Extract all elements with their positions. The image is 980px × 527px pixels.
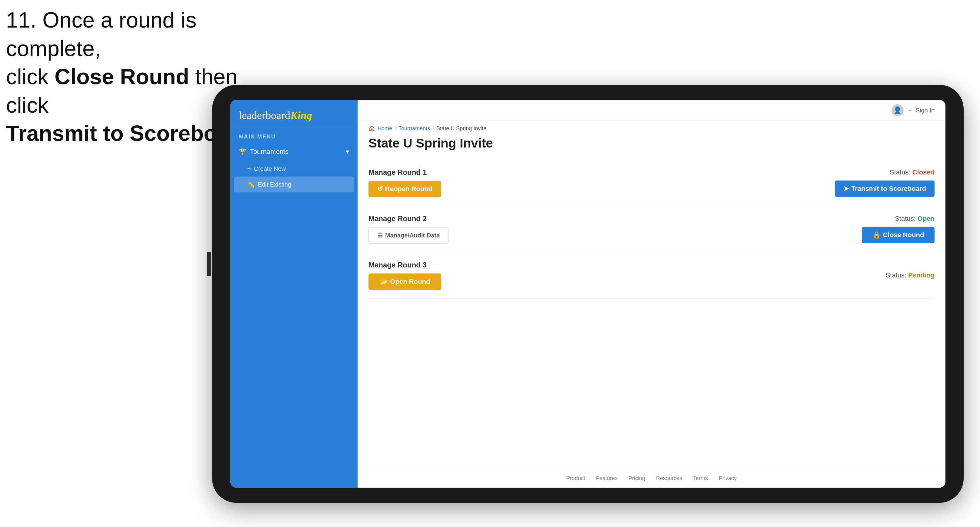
round-2-title: Manage Round 2 [369,214,449,223]
transmit-to-scoreboard-label: Transmit to Scoreboard [851,185,926,193]
breadcrumb-sep2: / [433,125,434,132]
edit-icon: ✏️ [247,181,255,188]
audit-icon: ☰ [377,232,383,239]
app-container: leaderboardKing MAIN MENU 🏆 Tournaments … [230,100,945,487]
plus-icon: + [247,165,251,172]
trophy-icon: 🏆 [239,148,247,156]
round-2-status: Status: Open [895,215,935,222]
tablet-screen: leaderboardKing MAIN MENU 🏆 Tournaments … [230,100,945,487]
footer-product[interactable]: Product [566,475,585,482]
footer: Product Features Pricing Resources Terms… [358,469,945,487]
manage-audit-label: Manage/Audit Data [385,232,440,239]
sidebar-edit-existing[interactable]: ✏️ Edit Existing [234,176,354,192]
create-new-label: Create New [254,165,286,172]
round-3-status-value: Pending [908,271,935,279]
reopen-round-label: Reopen Round [385,185,433,193]
open-round-button[interactable]: 📂 Open Round [369,273,441,290]
sidebar: leaderboardKing MAIN MENU 🏆 Tournaments … [230,100,358,487]
footer-terms[interactable]: Terms [693,475,708,482]
round-2-left: Manage Round 2 ☰ Manage/Audit Data [369,214,449,243]
footer-privacy[interactable]: Privacy [719,475,737,482]
breadcrumb-current: State U Spring Invite [436,125,486,132]
sign-in-button[interactable]: 👤 → Sign In [891,104,935,116]
main-content: 👤 → Sign In 🏠 Home / Tournaments / State… [358,100,945,487]
logo-king: King [290,110,312,121]
close-round-button[interactable]: 🔒 Close Round [862,227,935,243]
round-3-status: Status: Pending [886,271,935,279]
chevron-down-icon: ▾ [346,148,349,156]
instruction-line1: 11. Once a round is complete, [6,8,196,60]
round-2-right: Status: Open 🔒 Close Round [862,215,935,243]
breadcrumb-tournaments[interactable]: Tournaments [398,125,430,132]
manage-audit-data-button[interactable]: ☰ Manage/Audit Data [369,227,449,243]
transmit-icon: ➤ [843,185,849,193]
round-1-status: Status: Closed [890,168,935,176]
round-3-right: Status: Pending [886,271,935,279]
sidebar-item-tournaments[interactable]: 🏆 Tournaments ▾ [230,142,358,161]
reopen-icon: ↺ [377,185,383,193]
round-3-title: Manage Round 3 [369,261,441,269]
close-round-icon: 🔒 [872,231,881,239]
round-3-section: Manage Round 3 📂 Open Round Status: Pend… [369,252,935,298]
sidebar-logo: leaderboardKing [230,100,358,128]
round-2-section: Manage Round 2 ☰ Manage/Audit Data Statu… [369,206,935,252]
logo-leaderboard: leaderboard [239,110,290,121]
instruction-line2: click Close Round then click [6,65,237,117]
footer-features[interactable]: Features [596,475,617,482]
breadcrumb-sep1: / [395,125,396,132]
reopen-round-button[interactable]: ↺ Reopen Round [369,181,441,197]
open-round-label: Open Round [390,278,430,286]
round-1-left: Manage Round 1 ↺ Reopen Round [369,168,441,197]
main-menu-label: MAIN MENU [230,128,358,142]
round-1-status-value: Closed [912,168,935,176]
round-1-right: Status: Closed ➤ Transmit to Scoreboard [835,168,935,197]
content-area: Manage Round 1 ↺ Reopen Round Status: Cl… [358,157,945,469]
transmit-to-scoreboard-button[interactable]: ➤ Transmit to Scoreboard [835,181,935,197]
round-3-left: Manage Round 3 📂 Open Round [369,261,441,290]
open-round-icon: 📂 [380,278,388,286]
edit-existing-label: Edit Existing [258,181,291,188]
breadcrumb-home[interactable]: Home [377,125,392,132]
breadcrumb-home-icon: 🏠 [369,125,375,132]
round-1-title: Manage Round 1 [369,168,441,176]
user-avatar: 👤 [891,104,904,116]
round-1-section: Manage Round 1 ↺ Reopen Round Status: Cl… [369,160,935,206]
avatar-icon: 👤 [893,106,902,114]
sidebar-tournaments-label: Tournaments [250,148,288,156]
tablet-frame: leaderboardKing MAIN MENU 🏆 Tournaments … [212,85,964,503]
sign-in-text: Sign In [916,107,935,114]
sidebar-create-new[interactable]: + Create New [230,161,358,176]
sign-in-label: → [907,107,913,114]
footer-resources[interactable]: Resources [656,475,682,482]
breadcrumb: 🏠 Home / Tournaments / State U Spring In… [358,121,945,133]
close-round-label: Close Round [883,231,924,239]
round-2-status-value: Open [918,215,935,222]
top-bar: 👤 → Sign In [358,100,945,121]
footer-pricing[interactable]: Pricing [628,475,645,482]
page-title: State U Spring Invite [358,133,945,157]
